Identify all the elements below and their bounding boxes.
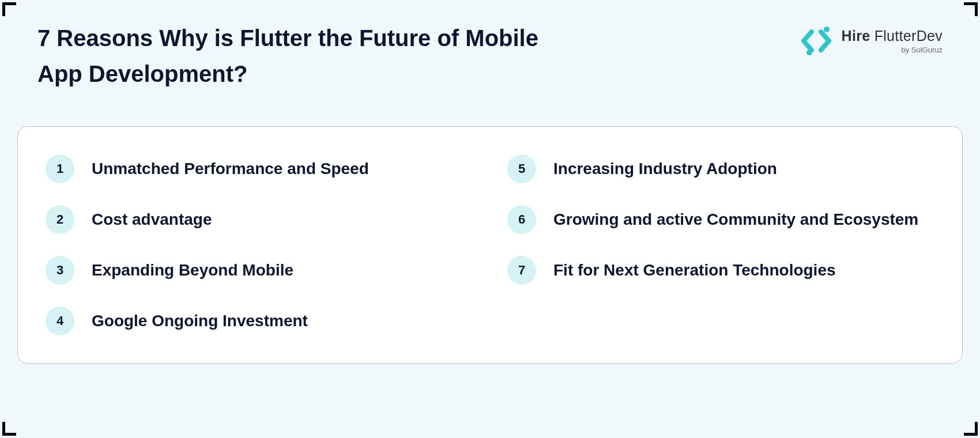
code-arrows-icon [801,26,835,56]
crop-mark-icon [2,422,16,436]
list-item-label: Unmatched Performance and Speed [92,158,369,180]
list-item: 2 Cost advantage [46,205,473,234]
list-item-label: Growing and active Community and Ecosyst… [553,209,918,231]
number-badge: 6 [507,205,536,234]
list-item: 3 Expanding Beyond Mobile [46,256,473,285]
brand-name: Hire FlutterDev [842,28,943,44]
list-item: 7 Fit for Next Generation Technologies [507,256,934,285]
reasons-column-right: 5 Increasing Industry Adoption 6 Growing… [507,154,934,335]
number-badge: 1 [46,154,74,183]
list-item: 1 Unmatched Performance and Speed [46,154,473,183]
brand-text-wrap: Hire FlutterDev by SolGuruz [842,28,943,54]
number-badge: 4 [46,307,74,335]
list-item-label: Increasing Industry Adoption [553,158,777,180]
list-item-label: Expanding Beyond Mobile [92,259,293,281]
header: 7 Reasons Why is Flutter the Future of M… [17,12,963,92]
list-item: 6 Growing and active Community and Ecosy… [507,205,934,234]
reasons-column-left: 1 Unmatched Performance and Speed 2 Cost… [46,154,473,335]
number-badge: 7 [507,256,536,285]
crop-mark-icon [2,2,16,16]
svg-point-0 [824,27,830,32]
brand-subtext: by SolGuruz [901,46,943,54]
number-badge: 5 [507,154,536,183]
list-item-label: Cost advantage [92,209,212,231]
number-badge: 2 [46,205,74,234]
brand-name-bold: Hire [842,28,870,44]
brand-logo: Hire FlutterDev by SolGuruz [801,20,943,56]
crop-mark-icon [964,2,978,16]
crop-mark-icon [964,422,978,436]
number-badge: 3 [46,256,74,285]
brand-name-rest: FlutterDev [870,28,943,44]
page-title: 7 Reasons Why is Flutter the Future of M… [37,20,568,92]
list-item: 5 Increasing Industry Adoption [507,154,934,183]
svg-point-1 [806,50,812,55]
list-item-label: Google Ongoing Investment [92,310,308,332]
reasons-card: 1 Unmatched Performance and Speed 2 Cost… [17,126,963,364]
list-item-label: Fit for Next Generation Technologies [553,259,836,281]
list-item: 4 Google Ongoing Investment [46,307,473,335]
